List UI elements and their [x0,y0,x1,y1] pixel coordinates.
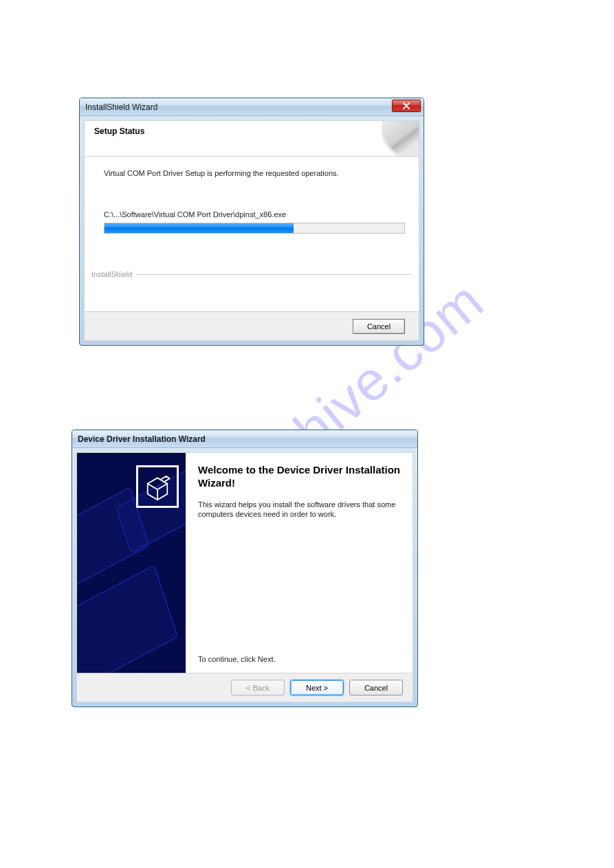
driver-wizard-titlebar[interactable]: Device Driver Installation Wizard [72,430,417,448]
next-button[interactable]: Next > [290,680,344,695]
brand-divider: InstallShield [91,270,412,278]
divider-line [136,274,412,275]
installshield-footer: Cancel [85,311,419,340]
wizard-heading: Welcome to the Device Driver Installatio… [198,464,400,490]
installshield-window: InstallShield Wizard Setup Status Virtua… [79,98,424,346]
page-curl-graphic [364,121,419,157]
installshield-title: InstallShield Wizard [85,102,157,112]
status-text: Virtual COM Port Driver Setup is perform… [104,169,399,177]
close-icon [403,100,410,112]
brand-label: InstallShield [91,270,132,278]
continue-hint: To continue, click Next. [198,655,276,663]
installshield-titlebar[interactable]: InstallShield Wizard [80,98,424,116]
cancel-button[interactable]: Cancel [349,680,403,695]
progress-bar [104,223,405,234]
setup-status-title: Setup Status [94,126,409,136]
progress-fill [105,223,294,233]
wizard-side-graphic [77,453,186,673]
close-button[interactable] [392,100,421,112]
wizard-header: Setup Status [85,121,419,157]
install-path-text: C:\...\Software\Virtual COM Port Driver\… [104,210,399,219]
wizard-description: This wizard helps you install the softwa… [198,500,400,520]
driver-box-icon [136,465,179,508]
driver-wizard-title: Device Driver Installation Wizard [78,434,206,444]
driver-wizard-footer: < Back Next > Cancel [77,673,413,702]
cancel-button[interactable]: Cancel [353,319,405,334]
back-button: < Back [231,680,285,695]
driver-wizard-window: Device Driver Installation Wizard [72,430,418,707]
